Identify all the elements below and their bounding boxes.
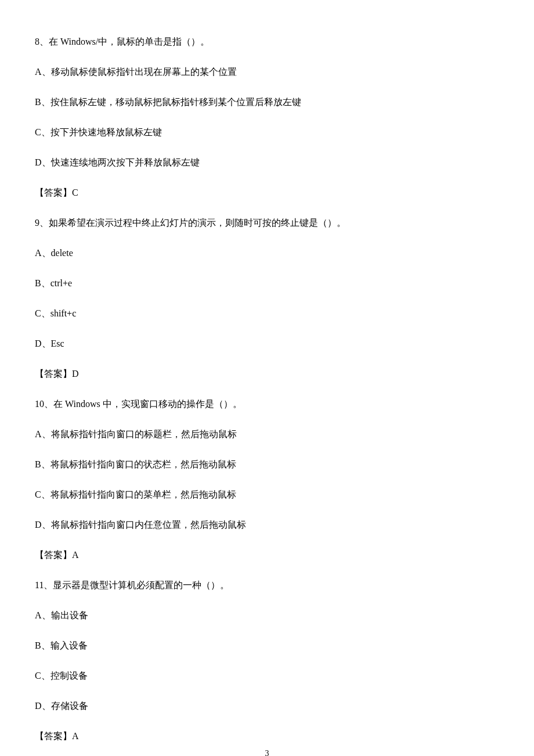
question-8-option-c: C、按下并快速地释放鼠标左键: [35, 125, 499, 139]
question-8-answer: 【答案】C: [35, 186, 499, 200]
question-11-answer: 【答案】A: [35, 729, 499, 743]
page-number: 3: [0, 747, 534, 756]
question-11-option-d: D、存储设备: [35, 699, 499, 713]
question-10-answer: 【答案】A: [35, 548, 499, 562]
question-11-option-c: C、控制设备: [35, 669, 499, 683]
document-page: 8、在 Windows/中，鼠标的单击是指（）。 A、移动鼠标使鼠标指针出现在屏…: [0, 0, 534, 756]
question-9-option-d: D、Esc: [35, 337, 499, 351]
question-10-option-c: C、将鼠标指针指向窗口的菜单栏，然后拖动鼠标: [35, 488, 499, 502]
question-8-option-a: A、移动鼠标使鼠标指针出现在屏幕上的某个位置: [35, 65, 499, 79]
question-10-option-d: D、将鼠标指针指向窗口内任意位置，然后拖动鼠标: [35, 518, 499, 532]
question-9-option-b: B、ctrl+e: [35, 276, 499, 290]
question-10-stem: 10、在 Windows 中，实现窗口移动的操作是（）。: [35, 397, 499, 411]
question-9-option-a: A、delete: [35, 246, 499, 260]
question-11-option-b: B、输入设备: [35, 639, 499, 653]
question-8-option-d: D、快速连续地两次按下并释放鼠标左键: [35, 156, 499, 170]
question-11-option-a: A、输出设备: [35, 609, 499, 622]
question-9-stem: 9、如果希望在演示过程中终止幻灯片的演示，则随时可按的终止键是（）。: [35, 216, 499, 230]
question-10-option-b: B、将鼠标指针指向窗口的状态栏，然后拖动鼠标: [35, 458, 499, 471]
question-9-answer: 【答案】D: [35, 367, 499, 381]
question-9-option-c: C、shift+c: [35, 307, 499, 321]
question-11-stem: 11、显示器是微型计算机必须配置的一种（）。: [35, 578, 499, 592]
question-10-option-a: A、将鼠标指针指向窗口的标题栏，然后拖动鼠标: [35, 427, 499, 441]
question-8-option-b: B、按住鼠标左键，移动鼠标把鼠标指针移到某个位置后释放左键: [35, 95, 499, 109]
question-8-stem: 8、在 Windows/中，鼠标的单击是指（）。: [35, 35, 499, 49]
